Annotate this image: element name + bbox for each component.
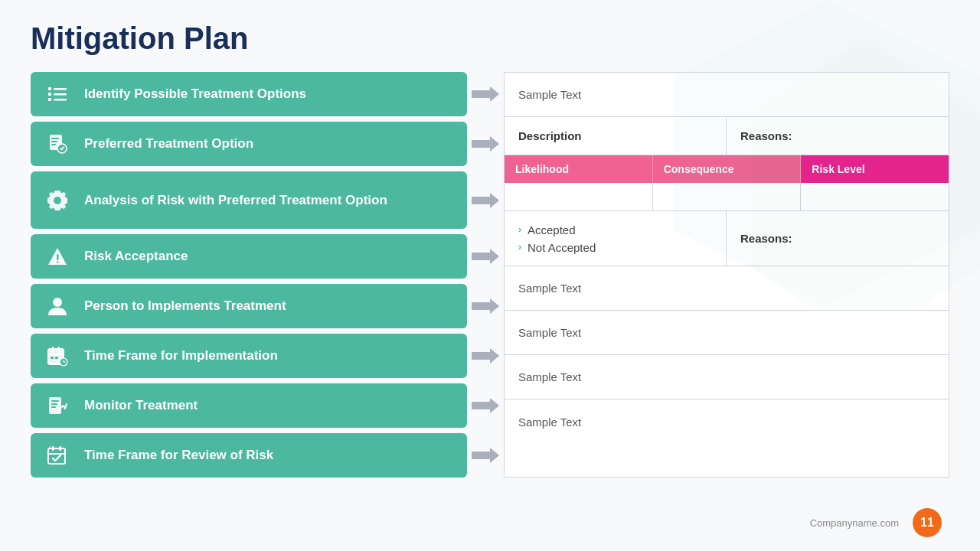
svg-rect-21 (51, 357, 54, 359)
left-item-timeframe-impl-label: Time Frame for Implementation (84, 347, 278, 364)
svg-rect-8 (51, 141, 57, 142)
svg-rect-26 (49, 397, 61, 414)
left-item-analysis-label: Analysis of Risk with Preferred Treatmen… (84, 192, 387, 208)
svg-marker-40 (472, 398, 499, 413)
identify-sample-text: Sample Text (518, 88, 581, 101)
arrow-timeframe-impl (467, 334, 504, 378)
svg-marker-34 (472, 86, 499, 102)
left-item-risk-accept: Risk Acceptance (31, 234, 467, 279)
person-sample-text: Sample Text (518, 282, 581, 295)
page-number-badge: 11 (913, 508, 942, 537)
svg-rect-27 (51, 400, 59, 402)
left-item-preferred: Preferred Treatment Option (31, 122, 467, 166)
company-name: Companyname.com (810, 517, 899, 529)
doc-gear-icon (43, 129, 72, 158)
consequence-value (653, 183, 802, 210)
svg-marker-41 (472, 448, 499, 463)
right-cell-person: Sample Text (505, 266, 949, 311)
chevron-not-accepted: › (518, 242, 521, 253)
svg-rect-2 (48, 98, 51, 101)
svg-rect-33 (48, 453, 65, 455)
preferred-reasons: Reasons: (727, 117, 949, 155)
arrow-person (467, 284, 504, 328)
right-column: Sample Text Description Reasons: Likelih… (504, 72, 949, 478)
risk-level-value (801, 183, 949, 210)
svg-marker-36 (472, 193, 499, 208)
risk-level-header: Risk Level (801, 155, 949, 183)
svg-rect-29 (51, 406, 56, 408)
risk-accept-not-accepted: › Not Accepted (518, 241, 712, 254)
calendar-check-icon (43, 441, 72, 470)
arrow-risk-accept (467, 234, 504, 279)
monitor-sample-text: Sample Text (518, 370, 581, 383)
svg-marker-38 (472, 298, 499, 314)
svg-marker-37 (472, 249, 499, 264)
right-cell-monitor: Sample Text (505, 355, 949, 399)
svg-point-15 (53, 298, 62, 307)
left-item-timeframe-impl: Time Frame for Implementation (31, 334, 467, 378)
svg-rect-28 (51, 403, 57, 405)
preferred-description: Description (505, 117, 727, 155)
right-cell-timeframe-review: Sample Text (505, 399, 949, 444)
svg-rect-0 (48, 87, 51, 90)
arrow-monitor (467, 383, 504, 428)
svg-rect-20 (48, 354, 64, 355)
left-column: Identify Possible Treatment Options Pref… (31, 72, 467, 478)
arrow-timeframe-review (467, 433, 504, 478)
risk-accept-accepted: › Accepted (518, 223, 712, 236)
svg-point-14 (57, 261, 59, 263)
svg-point-11 (54, 197, 61, 204)
risk-accept-row: › Accepted › Not Accepted Reasons: (505, 211, 949, 266)
svg-rect-31 (52, 446, 54, 451)
risk-accept-options: › Accepted › Not Accepted (505, 211, 727, 266)
risk-accept-reasons: Reasons: (727, 211, 949, 266)
footer: Companyname.com 11 (810, 508, 942, 537)
left-item-identify: Identify Possible Treatment Options (31, 72, 467, 116)
left-item-timeframe-review-label: Time Frame for Review of Risk (84, 447, 273, 463)
arrow-analysis (467, 171, 504, 229)
page-title: Mitigation Plan (31, 21, 949, 55)
left-item-identify-label: Identify Possible Treatment Options (84, 86, 306, 102)
left-item-preferred-label: Preferred Treatment Option (84, 135, 253, 152)
arrow-identify (467, 72, 504, 116)
chevron-accepted: › (518, 224, 521, 235)
svg-rect-5 (54, 99, 67, 101)
svg-rect-25 (64, 362, 66, 363)
left-item-person: Person to Implements Treatment (31, 284, 467, 328)
svg-rect-1 (48, 93, 51, 96)
likelihood-header: Likelihood (505, 155, 653, 183)
likelihood-value (505, 183, 653, 210)
gear-icon (43, 186, 72, 215)
svg-rect-3 (54, 88, 67, 90)
timeframe-impl-sample-text: Sample Text (518, 326, 581, 339)
main-layout: Identify Possible Treatment Options Pref… (31, 72, 949, 478)
svg-rect-18 (52, 347, 54, 351)
svg-marker-35 (472, 136, 499, 152)
svg-rect-4 (54, 93, 67, 96)
arrow-column (467, 72, 504, 478)
left-item-person-label: Person to Implements Treatment (84, 298, 286, 314)
analysis-data-row (505, 183, 949, 210)
svg-rect-19 (58, 347, 60, 351)
person-icon (43, 292, 72, 321)
left-item-risk-accept-label: Risk Acceptance (84, 248, 188, 264)
left-item-timeframe-review: Time Frame for Review of Risk (31, 433, 467, 478)
left-item-monitor: Monitor Treatment (31, 383, 467, 428)
analysis-headers: Likelihood Consequence Risk Level (505, 155, 949, 183)
left-item-monitor-label: Monitor Treatment (84, 397, 198, 413)
warning-icon (43, 242, 72, 271)
svg-marker-39 (472, 348, 499, 364)
left-item-analysis: Analysis of Risk with Preferred Treatmen… (31, 171, 467, 229)
calendar-clock-icon (43, 341, 72, 370)
svg-rect-22 (55, 357, 58, 359)
monitor-doc-icon (43, 391, 72, 420)
list-icon (43, 80, 72, 109)
svg-rect-13 (57, 254, 59, 260)
right-cell-timeframe-impl: Sample Text (505, 311, 949, 355)
svg-rect-7 (51, 138, 59, 139)
consequence-header: Consequence (653, 155, 802, 183)
accepted-label: Accepted (528, 223, 576, 236)
timeframe-review-sample-text: Sample Text (518, 416, 581, 429)
analysis-row: Likelihood Consequence Risk Level (505, 155, 949, 211)
not-accepted-label: Not Accepted (528, 241, 596, 254)
